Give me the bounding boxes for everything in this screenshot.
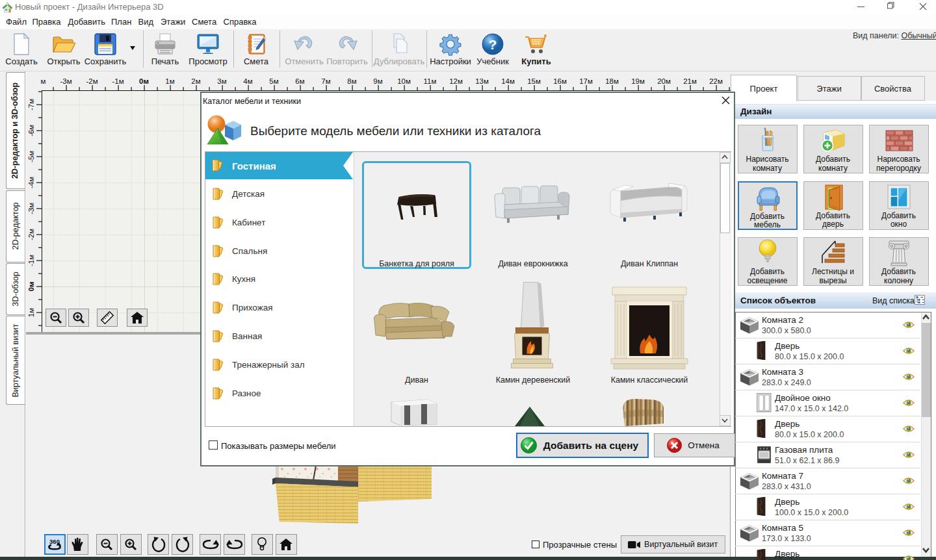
svg-text:?: ?	[489, 37, 497, 52]
